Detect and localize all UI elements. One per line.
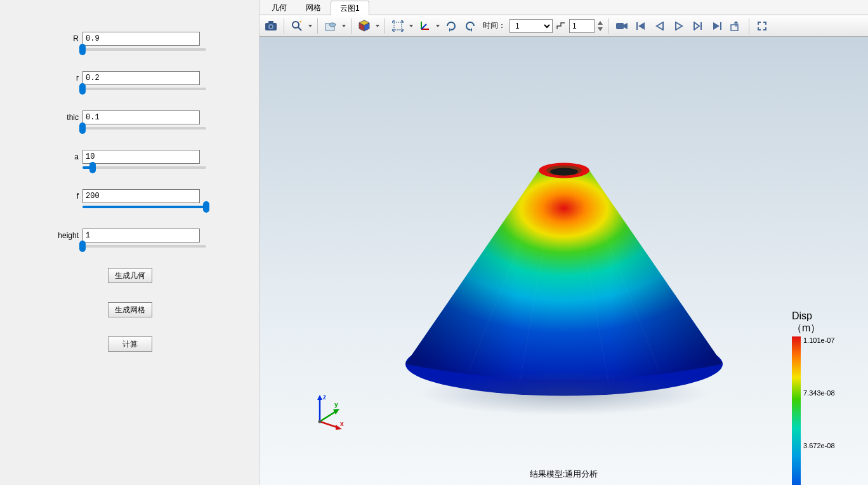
generate-geometry-button[interactable]: 生成几何	[108, 268, 152, 283]
fullscreen-button[interactable]	[753, 17, 771, 35]
main-panel: 几何 网格 云图1	[259, 0, 868, 485]
clip-dropdown[interactable]	[341, 17, 347, 35]
param-input-thic[interactable]	[82, 110, 200, 124]
export-icon	[730, 21, 742, 31]
svg-rect-23	[636, 22, 638, 30]
tab-contour1[interactable]: 云图1	[331, 1, 369, 15]
param-thic: thic	[13, 110, 246, 130]
generate-mesh-button[interactable]: 生成网格	[108, 302, 152, 317]
axes-toggle-button[interactable]	[416, 17, 433, 35]
param-slider-R[interactable]	[82, 48, 206, 51]
param-label-thic: thic	[57, 113, 82, 122]
cone-contour-icon	[393, 136, 735, 402]
export-button[interactable]	[727, 17, 745, 35]
tab-mesh[interactable]: 网格	[296, 0, 331, 15]
spin-arrows-icon	[596, 19, 605, 33]
rotate-ccw-icon	[464, 20, 476, 32]
skip-first-icon	[636, 22, 646, 30]
svg-point-3	[270, 25, 272, 28]
svg-rect-30	[720, 22, 721, 30]
play-reverse-icon	[655, 22, 664, 30]
svg-marker-25	[657, 22, 663, 30]
tab-geometry[interactable]: 几何	[262, 0, 296, 15]
axes-dropdown[interactable]	[435, 17, 441, 35]
param-input-height[interactable]	[82, 229, 200, 242]
param-label-R: R	[57, 34, 82, 43]
compute-button[interactable]: 计算	[108, 336, 152, 352]
time-combo[interactable]: 1	[510, 19, 553, 33]
fullscreen-icon	[758, 22, 766, 30]
play-button[interactable]	[670, 17, 688, 35]
param-f: f	[13, 189, 246, 208]
svg-text:y: y	[334, 401, 338, 408]
rotate-cw-button[interactable]	[442, 17, 460, 35]
step-forward-icon	[693, 22, 703, 30]
screenshot-button[interactable]	[262, 17, 280, 35]
3d-viewport[interactable]: z y x Disp（m） 1.101e-07 7.343e-08 3.672e…	[260, 37, 868, 485]
view-cube-button[interactable]	[355, 17, 373, 35]
step-mode-button[interactable]	[554, 17, 568, 35]
svg-rect-31	[731, 25, 738, 30]
svg-marker-22	[624, 23, 628, 29]
camera-icon	[265, 21, 277, 31]
svg-line-5	[298, 27, 301, 30]
rubik-cube-icon	[358, 20, 371, 32]
last-frame-button[interactable]	[708, 17, 726, 35]
step-icon	[556, 22, 565, 30]
param-slider-r[interactable]	[82, 88, 206, 90]
svg-marker-18	[470, 28, 472, 32]
param-input-f[interactable]	[82, 189, 200, 203]
time-label: 时间：	[480, 20, 508, 31]
first-frame-button[interactable]	[632, 17, 650, 35]
param-label-r: r	[57, 74, 82, 83]
param-input-r[interactable]	[82, 71, 200, 85]
legend-colorbar	[792, 336, 801, 485]
svg-marker-27	[694, 22, 699, 30]
tab-bar: 几何 网格 云图1	[260, 0, 868, 15]
param-height: height	[13, 229, 246, 248]
magnifier-icon	[291, 20, 303, 32]
fit-dropdown[interactable]	[408, 17, 414, 35]
param-r: r	[13, 71, 246, 90]
next-frame-button[interactable]	[689, 17, 707, 35]
param-input-R[interactable]	[82, 32, 200, 46]
svg-marker-29	[713, 22, 720, 30]
clip-button[interactable]	[322, 17, 339, 35]
parameter-sidebar: R r thic a f height	[0, 0, 259, 485]
param-slider-thic[interactable]	[82, 127, 206, 130]
param-input-a[interactable]	[82, 150, 200, 164]
svg-rect-1	[268, 21, 273, 23]
record-button[interactable]	[613, 17, 631, 35]
param-slider-f[interactable]	[82, 206, 206, 208]
param-a: a	[13, 150, 246, 169]
result-model-label: 结果模型:通用分析	[530, 468, 598, 480]
legend-title: Disp（m）	[792, 310, 849, 334]
svg-line-43	[320, 411, 337, 422]
zoom-button[interactable]	[288, 17, 306, 35]
param-label-f: f	[57, 192, 82, 201]
coordinate-axes-icon: z y x	[310, 393, 348, 431]
cone-shadow	[418, 371, 710, 416]
rotate-ccw-button[interactable]	[461, 17, 479, 35]
svg-marker-17	[449, 28, 451, 32]
svg-rect-21	[616, 23, 624, 29]
prev-frame-button[interactable]	[651, 17, 669, 35]
color-legend: Disp（m） 1.101e-07 7.343e-08 3.672e-08 0.…	[792, 310, 849, 485]
param-label-height: height	[57, 231, 82, 240]
fit-button[interactable]	[389, 17, 407, 35]
viewport-toolbar: 时间： 1	[260, 15, 868, 37]
fit-extents-icon	[392, 20, 404, 32]
svg-text:x: x	[340, 420, 344, 427]
param-slider-height[interactable]	[82, 245, 206, 248]
svg-rect-28	[700, 22, 702, 30]
svg-marker-26	[676, 22, 682, 30]
zoom-dropdown[interactable]	[307, 17, 313, 35]
view-cube-dropdown[interactable]	[374, 17, 381, 35]
svg-rect-13	[394, 22, 402, 30]
skip-last-icon	[712, 22, 722, 30]
param-R: R	[13, 32, 246, 51]
param-slider-a[interactable]	[82, 166, 206, 169]
svg-marker-20	[598, 27, 603, 31]
play-icon	[674, 22, 683, 30]
frame-spin[interactable]	[569, 19, 595, 33]
